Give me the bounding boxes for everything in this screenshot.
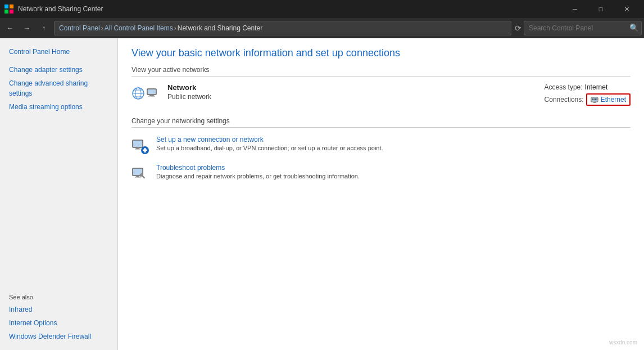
access-type-label: Access type:: [545, 83, 583, 91]
access-row: Access type: Internet: [545, 83, 631, 91]
troubleshoot-link[interactable]: Troubleshoot problems: [156, 164, 360, 172]
svg-rect-29: [136, 176, 139, 177]
svg-rect-1: [10, 5, 13, 8]
path-all-items[interactable]: All Control Panel Items: [105, 24, 173, 32]
back-button[interactable]: ←: [2, 20, 18, 36]
svg-rect-18: [596, 98, 597, 100]
svg-rect-17: [595, 98, 596, 100]
network-icon: [131, 83, 158, 104]
setup-icon: [131, 137, 149, 155]
setup-desc: Set up a broadband, dial-up, or VPN conn…: [156, 145, 383, 151]
search-input[interactable]: [524, 24, 627, 32]
troubleshoot-desc: Diagnose and repair network problems, or…: [156, 173, 360, 180]
svg-rect-2: [4, 10, 8, 14]
address-path: Control Panel › All Control Panel Items …: [54, 21, 511, 35]
network-info: Network Public network Access type: Inte…: [131, 83, 631, 106]
network-name: Network: [167, 83, 211, 92]
refresh-button[interactable]: ⟳: [515, 24, 521, 33]
sidebar: Control Panel Home Change adapter settin…: [0, 38, 118, 350]
access-type-value: Internet: [585, 83, 608, 91]
up-button[interactable]: ↑: [36, 20, 52, 36]
troubleshoot-icon: [131, 165, 149, 183]
see-also-label: See also: [0, 289, 117, 303]
sidebar-spacer: [0, 114, 117, 289]
watermark: wsxdn.com: [609, 339, 637, 345]
content-area: View your basic network information and …: [118, 38, 644, 350]
sidebar-infrared[interactable]: Infrared: [0, 303, 117, 316]
sidebar-media-streaming[interactable]: Media streaming options: [0, 100, 117, 114]
ethernet-label: Ethernet: [601, 96, 626, 104]
svg-rect-22: [136, 147, 139, 149]
minimize-button[interactable]: ─: [562, 0, 588, 18]
forward-button[interactable]: →: [19, 20, 35, 36]
sidebar-firewall[interactable]: Windows Defender Firewall: [0, 330, 117, 343]
active-networks-header: View your active networks: [131, 66, 631, 77]
page-title: View your basic network information and …: [131, 47, 631, 59]
setup-connection-row: Set up a new connection or network Set u…: [131, 136, 631, 155]
change-settings-header: Change your networking settings: [131, 117, 631, 128]
main-container: Control Panel Home Change adapter settin…: [0, 38, 644, 350]
ethernet-icon: [591, 96, 598, 104]
sidebar-change-adapter[interactable]: Change adapter settings: [0, 63, 117, 77]
address-bar: ← → ↑ Control Panel › All Control Panel …: [0, 18, 644, 38]
path-current: Network and Sharing Center: [178, 24, 262, 32]
svg-rect-26: [143, 150, 147, 151]
svg-rect-21: [133, 141, 142, 147]
network-type: Public network: [167, 93, 211, 101]
window-title: Network and Sharing Center: [18, 5, 562, 13]
svg-rect-30: [135, 177, 140, 178]
search-box: 🔍: [524, 21, 642, 35]
svg-rect-23: [135, 149, 140, 150]
setup-link[interactable]: Set up a new connection or network: [156, 136, 383, 143]
sidebar-control-panel-home[interactable]: Control Panel Home: [0, 45, 117, 59]
window-controls: ─ □ ✕: [562, 0, 640, 18]
network-right: Access type: Internet Connections:: [545, 83, 631, 106]
close-button[interactable]: ✕: [614, 0, 640, 18]
svg-rect-10: [148, 89, 156, 94]
svg-rect-16: [593, 98, 595, 100]
search-button[interactable]: 🔍: [627, 21, 641, 35]
network-icon-area: [131, 83, 158, 104]
troubleshoot-content: Troubleshoot problems Diagnose and repai…: [156, 164, 360, 180]
svg-rect-12: [148, 96, 155, 97]
title-bar: Network and Sharing Center ─ □ ✕: [0, 0, 644, 18]
sidebar-change-advanced[interactable]: Change advanced sharingsettings: [0, 77, 117, 100]
sidebar-internet-options[interactable]: Internet Options: [0, 316, 117, 330]
svg-rect-15: [592, 98, 593, 100]
troubleshoot-row: Troubleshoot problems Diagnose and repai…: [131, 164, 631, 183]
maximize-button[interactable]: □: [588, 0, 614, 18]
connection-row: Connections: Ethernet: [545, 93, 631, 106]
path-control-panel[interactable]: Control Panel: [59, 24, 100, 32]
svg-rect-3: [10, 10, 13, 14]
svg-rect-19: [593, 102, 596, 103]
network-details: Network Public network: [167, 83, 211, 101]
app-icon: [4, 5, 13, 14]
svg-rect-11: [149, 95, 154, 96]
setup-content: Set up a new connection or network Set u…: [156, 136, 383, 151]
connections-label: Connections:: [545, 96, 584, 104]
svg-rect-0: [4, 5, 8, 8]
ethernet-link[interactable]: Ethernet: [586, 93, 631, 106]
